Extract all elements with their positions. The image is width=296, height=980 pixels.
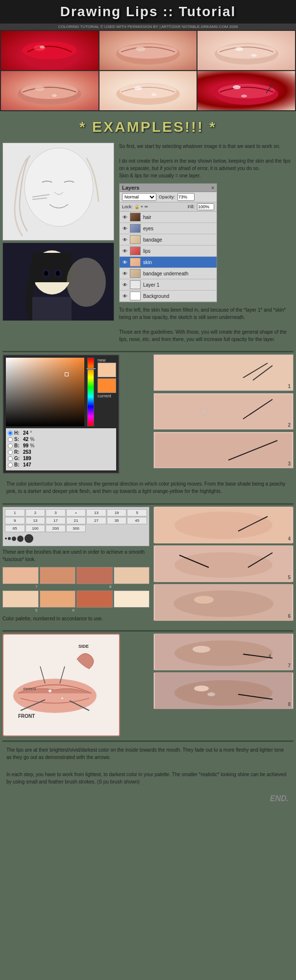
lip-image-1 <box>1 31 99 70</box>
current-label: current <box>98 393 116 398</box>
brush-13[interactable]: 13 <box>86 509 106 516</box>
layer-eye-layer1[interactable]: 👁 <box>122 281 128 288</box>
layer-eye-background[interactable]: 👁 <box>122 293 128 299</box>
opacity-input[interactable] <box>177 193 195 201</box>
layer-name-lips: lips <box>143 248 215 254</box>
layer-eye-bandageunder[interactable]: 👁 <box>122 270 128 277</box>
palette-swatch-6[interactable] <box>40 590 76 608</box>
lock-label: Lock: <box>122 204 133 209</box>
fill-input[interactable] <box>197 203 214 210</box>
svg-point-46 <box>173 590 273 617</box>
svg-rect-37 <box>155 356 292 390</box>
blend-mode-select[interactable]: Normal <box>122 193 156 201</box>
diagram-left: FRONT SIDE darkest <box>2 634 149 736</box>
brush-19[interactable]: 19 <box>107 509 127 516</box>
layer-eye-eyes[interactable]: 👁 <box>122 225 128 232</box>
palette-cell-7 <box>76 590 113 613</box>
brush-21[interactable]: 21 <box>66 517 86 524</box>
color-picker-text: The color picker/color box above shows t… <box>6 480 290 495</box>
layer-name-layer1: Layer 1 <box>143 282 215 288</box>
brushes-palette-row: 1 2 3 • 13 19 5 9 13 17 21 27 35 45 65 1… <box>2 507 294 626</box>
layer-row-bandageunder[interactable]: 👁 bandage underneath <box>120 268 217 279</box>
top-two-col: So first, we start by selecting whatever… <box>2 143 294 347</box>
green-label: G: <box>14 456 22 461</box>
svg-point-22 <box>233 85 241 89</box>
layers-lock-row: Lock: 🔒 + ✏ Fill: <box>120 202 217 212</box>
brush-13b[interactable]: 13 <box>25 517 46 524</box>
svg-point-10 <box>251 54 257 57</box>
layer-thumb-hair <box>130 213 141 221</box>
blue-radio[interactable] <box>8 463 13 467</box>
layer-row-background[interactable]: 👁 Background <box>120 291 217 302</box>
layer-row-eyes[interactable]: 👁 eyes <box>120 223 217 234</box>
layer-row-lips[interactable]: 👁 lips <box>120 245 217 257</box>
color-gradient-box[interactable] <box>6 358 84 426</box>
layers-close-icon[interactable]: × <box>211 185 214 191</box>
anime-sketch-image <box>2 143 114 241</box>
lip-image-4 <box>1 71 99 110</box>
brush-2[interactable]: 2 <box>25 509 46 516</box>
brush-1[interactable]: 1 <box>5 509 25 516</box>
brush-65[interactable]: 65 <box>5 525 25 532</box>
layer-thumb-skin <box>130 258 141 267</box>
hue-radio[interactable] <box>8 431 13 436</box>
svg-rect-35 <box>32 297 72 321</box>
steps-text: In each step, you have to work from ligh… <box>6 771 290 785</box>
layer-eye-hair[interactable]: 👁 <box>122 214 128 220</box>
brush-dot[interactable]: • <box>66 509 86 516</box>
layer-eye-lips[interactable]: 👁 <box>122 247 128 254</box>
main-content: So first, we start by selecting whatever… <box>0 140 296 808</box>
blue-row: B: 147 <box>8 462 114 467</box>
svg-point-13 <box>35 86 45 91</box>
layer-row-hair[interactable]: 👁 hair <box>120 212 217 223</box>
layer-thumb-eyes <box>130 224 141 233</box>
step-image-5: 5 <box>153 545 294 582</box>
layer-row-layer1[interactable]: 👁 Layer 1 <box>120 279 217 291</box>
brush-45[interactable]: 45 <box>127 517 147 524</box>
layer-eye-skin[interactable]: 👁 <box>122 259 128 266</box>
brush-dot-xxl <box>25 534 33 543</box>
layer-thumb-background <box>130 292 141 300</box>
palette-swatch-8[interactable] <box>114 590 150 608</box>
svg-point-5 <box>119 44 177 59</box>
green-radio[interactable] <box>8 456 13 461</box>
palette-swatch-3[interactable] <box>76 567 113 584</box>
brightness-radio[interactable] <box>8 443 13 448</box>
brushes-size-grid: 1 2 3 • 13 19 5 9 13 17 21 27 35 45 65 1… <box>5 509 147 532</box>
step-image-4: 4 <box>153 507 294 543</box>
layers-controls[interactable]: Normal Opacity: <box>120 192 217 202</box>
palette-swatch-5[interactable] <box>2 590 39 608</box>
sat-value: 42 <box>23 437 28 442</box>
post-layers-text: To the left, the skin has been filled in… <box>119 306 294 343</box>
brush-17[interactable]: 17 <box>46 517 66 524</box>
lip-placeholder-2 <box>99 31 197 70</box>
brush-300[interactable]: 300 <box>66 525 86 532</box>
lip-placeholder-6 <box>197 71 295 110</box>
palette-swatch-7[interactable] <box>76 590 113 608</box>
red-radio[interactable] <box>8 450 13 455</box>
step-number-1: 1 <box>288 384 291 389</box>
palette-num-5: 5 <box>2 608 39 613</box>
layer-row-skin[interactable]: 👁 skin <box>120 257 217 268</box>
brush-100[interactable]: 100 <box>25 525 46 532</box>
sat-radio[interactable] <box>8 437 13 442</box>
brush-27[interactable]: 27 <box>86 517 106 524</box>
brush-3[interactable]: 3 <box>46 509 66 516</box>
palette-swatch-2[interactable] <box>40 567 76 584</box>
brush-9[interactable]: 9 <box>5 517 25 524</box>
svg-point-59 <box>174 640 272 666</box>
intro-text: So first, we start by selecting whatever… <box>119 143 294 179</box>
layer-eye-bandage[interactable]: 👁 <box>122 236 128 243</box>
sat-unit: % <box>30 437 34 442</box>
palette-swatch-1[interactable] <box>2 567 39 584</box>
hue-value: 24 <box>23 430 28 436</box>
color-spectrum-bar[interactable] <box>87 358 94 426</box>
palette-swatch-4[interactable] <box>114 567 150 584</box>
brush-200[interactable]: 200 <box>46 525 66 532</box>
brush-5[interactable]: 5 <box>127 509 147 516</box>
lip-placeholder-5 <box>99 71 197 110</box>
brush-35[interactable]: 35 <box>107 517 127 524</box>
lip-image-5 <box>99 71 197 110</box>
svg-text:4: 4 <box>269 653 271 658</box>
layer-row-bandage[interactable]: 👁 bandage <box>120 234 217 245</box>
